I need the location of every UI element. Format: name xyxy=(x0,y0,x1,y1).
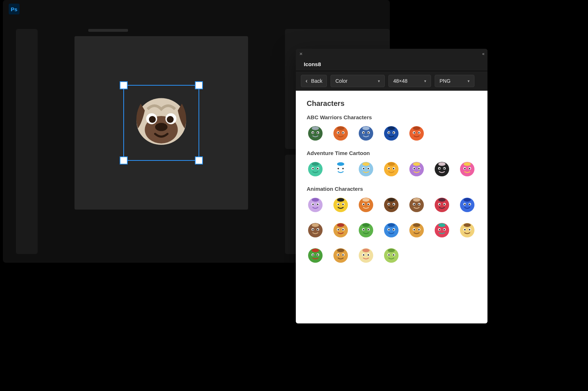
transform-handle-top-left[interactable] xyxy=(120,81,128,89)
svg-point-24 xyxy=(362,126,370,130)
icon-marceline[interactable] xyxy=(433,160,451,178)
icon-genie[interactable] xyxy=(459,196,476,214)
canvas[interactable] xyxy=(74,36,248,210)
svg-point-114 xyxy=(438,198,446,202)
icon-ariel[interactable] xyxy=(433,222,451,239)
size-dropdown[interactable]: 48×48 ▾ xyxy=(388,75,431,87)
transform-handle-top-right[interactable] xyxy=(195,81,203,89)
icon-hammerstein[interactable] xyxy=(332,125,349,142)
icon-lumpy-space-princess[interactable] xyxy=(408,160,425,178)
svg-point-89 xyxy=(342,204,344,205)
icon-pearl[interactable] xyxy=(357,247,375,264)
svg-point-77 xyxy=(469,168,470,169)
svg-point-45 xyxy=(338,168,339,169)
panel-titlebar[interactable]: × ‹‹ xyxy=(296,49,487,58)
icon-finn[interactable] xyxy=(332,160,349,178)
chevron-down-icon: ▾ xyxy=(378,79,380,83)
svg-point-11 xyxy=(317,132,319,134)
icon-joe-pineapples[interactable] xyxy=(383,125,400,142)
icon-cheburashka[interactable] xyxy=(408,196,425,214)
svg-point-141 xyxy=(388,229,390,231)
icon-grunkle-stan[interactable] xyxy=(307,222,324,239)
svg-point-125 xyxy=(317,229,319,231)
svg-point-129 xyxy=(338,229,339,231)
icon-heat[interactable] xyxy=(332,222,349,239)
icon-jake[interactable] xyxy=(383,160,400,178)
canvas-area xyxy=(38,18,285,263)
icon-owl[interactable] xyxy=(332,247,349,264)
icon-lion[interactable] xyxy=(408,222,425,239)
svg-point-69 xyxy=(439,168,440,169)
photoshop-logo-icon: Ps xyxy=(9,4,20,14)
icon-amethyst[interactable] xyxy=(307,196,324,214)
svg-point-5 xyxy=(167,116,174,123)
icon-garnet[interactable] xyxy=(433,196,451,214)
icon-bill-cipher[interactable] xyxy=(332,196,349,214)
tab-icons8[interactable]: Icons8 xyxy=(298,58,327,71)
icon-bmo[interactable] xyxy=(307,160,324,178)
close-icon[interactable]: × xyxy=(299,51,303,56)
svg-point-35 xyxy=(418,132,420,134)
svg-point-47 xyxy=(342,168,344,169)
icon-kermit[interactable] xyxy=(357,222,375,239)
icon-peridot[interactable] xyxy=(383,247,400,264)
format-value: PNG xyxy=(439,78,450,84)
svg-point-90 xyxy=(337,198,344,202)
icon-morty[interactable] xyxy=(459,222,476,239)
svg-point-144 xyxy=(388,223,395,227)
icon-grid xyxy=(307,196,477,264)
svg-point-65 xyxy=(418,168,420,169)
pug-icon xyxy=(127,89,196,157)
collapse-icon[interactable]: ‹‹ xyxy=(482,51,484,56)
icon-mek-quake[interactable] xyxy=(408,125,425,142)
panel-tabs: Icons8 xyxy=(296,58,487,71)
icon-deadlock[interactable] xyxy=(307,125,324,142)
svg-point-156 xyxy=(438,223,446,227)
svg-point-143 xyxy=(393,229,395,231)
svg-point-75 xyxy=(464,168,466,169)
icon-brave[interactable] xyxy=(357,196,375,214)
svg-point-179 xyxy=(368,254,369,256)
transform-handle-bottom-left[interactable] xyxy=(120,156,128,164)
svg-point-71 xyxy=(444,168,445,169)
icon-scroll-area[interactable]: Characters ABC Warriors Characters Adven… xyxy=(296,91,487,323)
svg-point-63 xyxy=(414,168,415,169)
svg-point-102 xyxy=(388,198,395,202)
svg-point-108 xyxy=(413,198,420,202)
svg-point-173 xyxy=(342,254,344,256)
svg-point-42 xyxy=(312,162,319,166)
icon-ninja-turtle[interactable] xyxy=(307,247,324,264)
svg-point-81 xyxy=(312,204,314,205)
transform-handle-bottom-right[interactable] xyxy=(195,156,203,164)
svg-point-29 xyxy=(393,132,395,134)
panel-toolbar: ‹ Back Color ▾ 48×48 ▾ PNG ▾ xyxy=(296,71,487,91)
icon-captain[interactable] xyxy=(383,196,400,214)
icon-mongrol[interactable] xyxy=(357,125,375,142)
svg-point-177 xyxy=(363,254,365,256)
svg-point-83 xyxy=(317,204,319,205)
group-title: Adventure Time Cartoon xyxy=(307,150,477,156)
format-dropdown[interactable]: PNG ▾ xyxy=(435,75,474,87)
icon-princess-bubblegum[interactable] xyxy=(459,160,476,178)
icon-grid xyxy=(307,125,477,142)
tools-sidebar[interactable] xyxy=(16,29,38,254)
back-button[interactable]: ‹ Back xyxy=(301,75,327,87)
size-value: 48×48 xyxy=(393,78,407,84)
icon-ice-king[interactable] xyxy=(357,160,375,178)
svg-point-150 xyxy=(413,223,420,227)
document-tab[interactable] xyxy=(88,29,128,32)
svg-point-162 xyxy=(464,223,471,227)
icon-lapis[interactable] xyxy=(383,222,400,239)
section-title: Characters xyxy=(307,99,477,108)
svg-point-132 xyxy=(337,223,344,227)
transform-selection[interactable] xyxy=(120,81,203,164)
style-dropdown[interactable]: Color ▾ xyxy=(331,75,385,87)
svg-point-183 xyxy=(388,254,390,256)
svg-point-99 xyxy=(388,204,390,205)
svg-point-147 xyxy=(414,229,415,231)
svg-point-17 xyxy=(342,132,344,134)
svg-point-53 xyxy=(368,168,369,169)
svg-point-9 xyxy=(312,132,314,134)
svg-point-78 xyxy=(464,162,471,166)
svg-point-138 xyxy=(362,223,370,227)
